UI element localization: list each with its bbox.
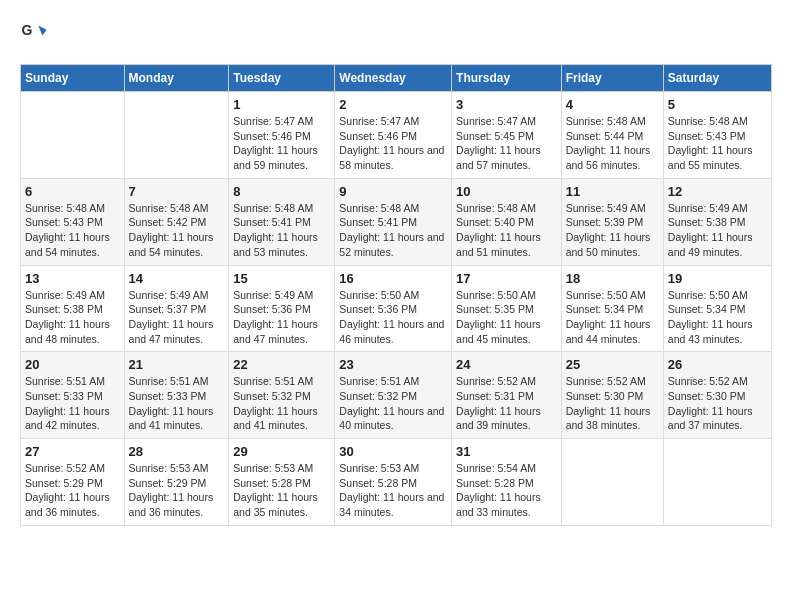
calendar-cell: 28Sunrise: 5:53 AMSunset: 5:29 PMDayligh… <box>124 439 229 526</box>
day-number: 30 <box>339 444 447 459</box>
day-number: 23 <box>339 357 447 372</box>
calendar-cell: 12Sunrise: 5:49 AMSunset: 5:38 PMDayligh… <box>663 178 771 265</box>
calendar-cell: 16Sunrise: 5:50 AMSunset: 5:36 PMDayligh… <box>335 265 452 352</box>
calendar-cell <box>124 92 229 179</box>
day-info: Sunrise: 5:51 AMSunset: 5:33 PMDaylight:… <box>25 374 120 433</box>
calendar-cell: 3Sunrise: 5:47 AMSunset: 5:45 PMDaylight… <box>452 92 562 179</box>
calendar-cell: 9Sunrise: 5:48 AMSunset: 5:41 PMDaylight… <box>335 178 452 265</box>
day-number: 15 <box>233 271 330 286</box>
day-info: Sunrise: 5:50 AMSunset: 5:34 PMDaylight:… <box>566 288 659 347</box>
calendar-cell: 7Sunrise: 5:48 AMSunset: 5:42 PMDaylight… <box>124 178 229 265</box>
day-info: Sunrise: 5:53 AMSunset: 5:28 PMDaylight:… <box>339 461 447 520</box>
day-number: 14 <box>129 271 225 286</box>
day-number: 5 <box>668 97 767 112</box>
day-info: Sunrise: 5:50 AMSunset: 5:36 PMDaylight:… <box>339 288 447 347</box>
calendar-cell: 17Sunrise: 5:50 AMSunset: 5:35 PMDayligh… <box>452 265 562 352</box>
svg-text:G: G <box>21 22 32 38</box>
calendar-cell: 24Sunrise: 5:52 AMSunset: 5:31 PMDayligh… <box>452 352 562 439</box>
day-info: Sunrise: 5:47 AMSunset: 5:45 PMDaylight:… <box>456 114 557 173</box>
day-info: Sunrise: 5:48 AMSunset: 5:43 PMDaylight:… <box>668 114 767 173</box>
calendar-cell: 29Sunrise: 5:53 AMSunset: 5:28 PMDayligh… <box>229 439 335 526</box>
day-number: 17 <box>456 271 557 286</box>
calendar-cell <box>561 439 663 526</box>
day-info: Sunrise: 5:49 AMSunset: 5:38 PMDaylight:… <box>668 201 767 260</box>
calendar-cell: 23Sunrise: 5:51 AMSunset: 5:32 PMDayligh… <box>335 352 452 439</box>
day-info: Sunrise: 5:52 AMSunset: 5:30 PMDaylight:… <box>668 374 767 433</box>
day-info: Sunrise: 5:49 AMSunset: 5:39 PMDaylight:… <box>566 201 659 260</box>
day-number: 10 <box>456 184 557 199</box>
day-number: 19 <box>668 271 767 286</box>
day-info: Sunrise: 5:48 AMSunset: 5:40 PMDaylight:… <box>456 201 557 260</box>
calendar-cell <box>663 439 771 526</box>
day-info: Sunrise: 5:49 AMSunset: 5:37 PMDaylight:… <box>129 288 225 347</box>
day-number: 11 <box>566 184 659 199</box>
calendar-cell: 30Sunrise: 5:53 AMSunset: 5:28 PMDayligh… <box>335 439 452 526</box>
calendar-cell: 6Sunrise: 5:48 AMSunset: 5:43 PMDaylight… <box>21 178 125 265</box>
svg-marker-1 <box>38 26 46 36</box>
calendar-cell: 25Sunrise: 5:52 AMSunset: 5:30 PMDayligh… <box>561 352 663 439</box>
day-number: 25 <box>566 357 659 372</box>
day-number: 9 <box>339 184 447 199</box>
calendar-cell: 27Sunrise: 5:52 AMSunset: 5:29 PMDayligh… <box>21 439 125 526</box>
calendar-cell: 31Sunrise: 5:54 AMSunset: 5:28 PMDayligh… <box>452 439 562 526</box>
day-info: Sunrise: 5:49 AMSunset: 5:36 PMDaylight:… <box>233 288 330 347</box>
page-header: G <box>20 20 772 48</box>
day-info: Sunrise: 5:47 AMSunset: 5:46 PMDaylight:… <box>339 114 447 173</box>
day-number: 20 <box>25 357 120 372</box>
day-info: Sunrise: 5:48 AMSunset: 5:44 PMDaylight:… <box>566 114 659 173</box>
day-number: 29 <box>233 444 330 459</box>
day-info: Sunrise: 5:48 AMSunset: 5:43 PMDaylight:… <box>25 201 120 260</box>
day-info: Sunrise: 5:52 AMSunset: 5:30 PMDaylight:… <box>566 374 659 433</box>
day-info: Sunrise: 5:48 AMSunset: 5:41 PMDaylight:… <box>233 201 330 260</box>
day-info: Sunrise: 5:53 AMSunset: 5:29 PMDaylight:… <box>129 461 225 520</box>
day-number: 3 <box>456 97 557 112</box>
calendar-cell: 13Sunrise: 5:49 AMSunset: 5:38 PMDayligh… <box>21 265 125 352</box>
calendar-cell <box>21 92 125 179</box>
col-header-friday: Friday <box>561 65 663 92</box>
day-number: 28 <box>129 444 225 459</box>
calendar-table: SundayMondayTuesdayWednesdayThursdayFrid… <box>20 64 772 526</box>
logo-icon: G <box>20 20 48 48</box>
day-info: Sunrise: 5:49 AMSunset: 5:38 PMDaylight:… <box>25 288 120 347</box>
col-header-saturday: Saturday <box>663 65 771 92</box>
day-info: Sunrise: 5:50 AMSunset: 5:35 PMDaylight:… <box>456 288 557 347</box>
day-number: 7 <box>129 184 225 199</box>
calendar-cell: 5Sunrise: 5:48 AMSunset: 5:43 PMDaylight… <box>663 92 771 179</box>
day-info: Sunrise: 5:52 AMSunset: 5:29 PMDaylight:… <box>25 461 120 520</box>
calendar-cell: 14Sunrise: 5:49 AMSunset: 5:37 PMDayligh… <box>124 265 229 352</box>
day-number: 24 <box>456 357 557 372</box>
day-number: 16 <box>339 271 447 286</box>
calendar-cell: 11Sunrise: 5:49 AMSunset: 5:39 PMDayligh… <box>561 178 663 265</box>
day-number: 2 <box>339 97 447 112</box>
week-row-2: 6Sunrise: 5:48 AMSunset: 5:43 PMDaylight… <box>21 178 772 265</box>
week-row-3: 13Sunrise: 5:49 AMSunset: 5:38 PMDayligh… <box>21 265 772 352</box>
col-header-monday: Monday <box>124 65 229 92</box>
day-number: 22 <box>233 357 330 372</box>
col-header-wednesday: Wednesday <box>335 65 452 92</box>
col-header-tuesday: Tuesday <box>229 65 335 92</box>
day-info: Sunrise: 5:51 AMSunset: 5:33 PMDaylight:… <box>129 374 225 433</box>
day-number: 26 <box>668 357 767 372</box>
calendar-cell: 26Sunrise: 5:52 AMSunset: 5:30 PMDayligh… <box>663 352 771 439</box>
calendar-cell: 19Sunrise: 5:50 AMSunset: 5:34 PMDayligh… <box>663 265 771 352</box>
day-info: Sunrise: 5:54 AMSunset: 5:28 PMDaylight:… <box>456 461 557 520</box>
day-number: 13 <box>25 271 120 286</box>
calendar-cell: 15Sunrise: 5:49 AMSunset: 5:36 PMDayligh… <box>229 265 335 352</box>
day-number: 18 <box>566 271 659 286</box>
col-header-thursday: Thursday <box>452 65 562 92</box>
calendar-cell: 10Sunrise: 5:48 AMSunset: 5:40 PMDayligh… <box>452 178 562 265</box>
day-info: Sunrise: 5:52 AMSunset: 5:31 PMDaylight:… <box>456 374 557 433</box>
calendar-cell: 4Sunrise: 5:48 AMSunset: 5:44 PMDaylight… <box>561 92 663 179</box>
day-number: 21 <box>129 357 225 372</box>
day-number: 6 <box>25 184 120 199</box>
calendar-cell: 22Sunrise: 5:51 AMSunset: 5:32 PMDayligh… <box>229 352 335 439</box>
week-row-5: 27Sunrise: 5:52 AMSunset: 5:29 PMDayligh… <box>21 439 772 526</box>
day-number: 12 <box>668 184 767 199</box>
day-info: Sunrise: 5:51 AMSunset: 5:32 PMDaylight:… <box>339 374 447 433</box>
week-row-1: 1Sunrise: 5:47 AMSunset: 5:46 PMDaylight… <box>21 92 772 179</box>
week-row-4: 20Sunrise: 5:51 AMSunset: 5:33 PMDayligh… <box>21 352 772 439</box>
day-number: 31 <box>456 444 557 459</box>
day-info: Sunrise: 5:48 AMSunset: 5:42 PMDaylight:… <box>129 201 225 260</box>
day-number: 4 <box>566 97 659 112</box>
calendar-cell: 20Sunrise: 5:51 AMSunset: 5:33 PMDayligh… <box>21 352 125 439</box>
